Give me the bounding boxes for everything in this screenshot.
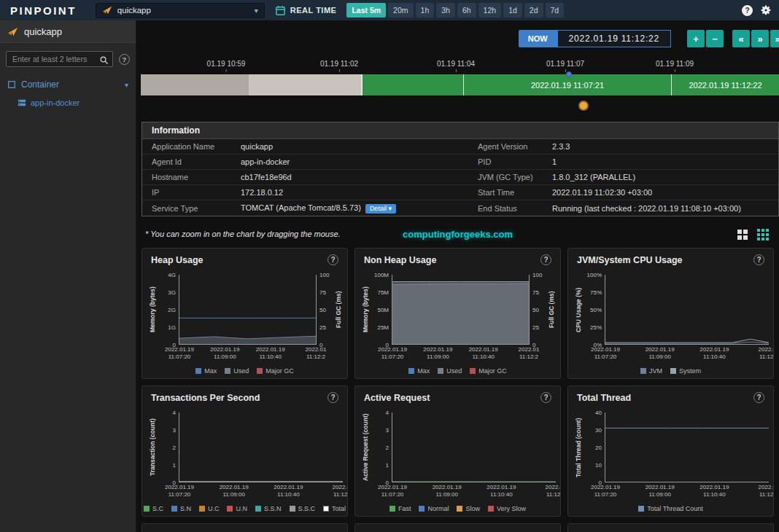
y-axis-label-left: Active Request (count) — [361, 412, 370, 482]
timeline-prev-button[interactable]: « — [732, 30, 750, 47]
layout-2-column-icon[interactable] — [737, 229, 748, 240]
time-range-1d[interactable]: 1d — [503, 3, 522, 17]
chart-help-icon[interactable]: ? — [540, 392, 551, 403]
chart-plot[interactable]: 2022.01.1911:07:202022.01.1911:09:002022… — [179, 275, 317, 345]
x-axis-tick-label: 2022.0111:12:2 — [759, 484, 774, 499]
legend-item[interactable]: S.S.N — [255, 505, 282, 512]
application-selector[interactable]: quickapp ▾ — [96, 3, 265, 18]
y-axis-label-left: Memory (bytes) — [361, 275, 370, 345]
agent-search-input[interactable] — [7, 52, 112, 66]
x-axis-tick-label: 2022.0111:12:2 — [306, 346, 327, 361]
sidebar-item-agent[interactable]: app-in-docker — [0, 95, 136, 111]
chart-canvas — [179, 412, 343, 482]
chart-help-icon[interactable]: ? — [328, 392, 338, 403]
legend-item[interactable]: S.C — [144, 505, 163, 512]
legend-item[interactable]: S.N — [171, 505, 191, 512]
chart-plot[interactable]: 2022.01.1911:07:202022.01.1911:09:002022… — [605, 412, 769, 482]
y-axis-ticks-left: 100%75%50%25%0% — [583, 275, 605, 345]
x-axis-tick-label: 2022.01.1911:07:20 — [378, 346, 407, 361]
x-axis-tick-label: 2022.01.1911:10:40 — [699, 346, 729, 361]
y-axis-ticks-left: 403020100 — [583, 412, 605, 482]
time-range-last-5m[interactable]: Last 5m — [346, 3, 386, 17]
legend-item[interactable]: Normal — [419, 505, 449, 512]
x-axis-tick-label: 2022.01.1911:10:40 — [487, 484, 516, 499]
timeline-segment-running[interactable]: 2022.01.19 11:07:21 — [463, 74, 671, 95]
timeline-segment-inactive[interactable] — [249, 74, 361, 95]
sidebar-application-header[interactable]: quickapp — [0, 20, 136, 43]
legend-item[interactable]: Major GC — [257, 367, 294, 375]
chart-plot[interactable]: 2022.01.1911:07:202022.01.1911:09:002022… — [179, 412, 343, 482]
chart-help-icon[interactable]: ? — [540, 254, 551, 265]
sidebar: quickapp ? Container ▾ app-in-docker — [0, 20, 136, 532]
timeline-segment-running[interactable] — [361, 74, 463, 95]
legend-item[interactable]: Fast — [390, 505, 411, 512]
legend-item[interactable]: Used — [438, 367, 462, 375]
legend-item[interactable]: Max — [408, 367, 430, 375]
timeline-bar[interactable]: 2022.01.19 11:07:21 2022.01.19 11:12:22 — [141, 74, 779, 95]
y-axis-label-right: Full GC (ms) — [334, 275, 343, 345]
time-range-6h[interactable]: 6h — [457, 3, 476, 17]
top-navbar: PINPOINT quickapp ▾ REAL TIME Last 5m20m… — [0, 0, 779, 20]
now-button[interactable]: NOW — [519, 30, 557, 47]
y-axis-ticks-right: 1007550250 — [317, 275, 334, 345]
layout-3-column-icon[interactable] — [757, 229, 769, 240]
legend-item[interactable]: Slow — [457, 505, 480, 512]
chart-canvas — [392, 275, 529, 344]
chart-plot[interactable]: 2022.01.1911:07:202022.01.1911:09:002022… — [392, 412, 556, 482]
timeline-segment-running[interactable]: 2022.01.19 11:12:22 — [671, 74, 779, 95]
time-range-3h[interactable]: 3h — [436, 3, 455, 17]
chart-help-icon[interactable]: ? — [753, 254, 764, 265]
detail-button[interactable]: Detail ▾ — [365, 204, 396, 214]
legend-item[interactable]: JVM — [640, 367, 662, 375]
timeline-event-marker[interactable] — [566, 71, 572, 77]
x-axis-ticks: 2022.01.1911:07:202022.01.1911:09:002022… — [392, 482, 556, 498]
main-content: NOW 2022.01.19 11:12:22 + − « » »| 01.19… — [136, 20, 779, 532]
chart-title: Heap Usage — [151, 255, 204, 265]
time-range-2d[interactable]: 2d — [524, 3, 543, 17]
timeline-next-button[interactable]: » — [751, 30, 769, 47]
info-label: IP — [142, 188, 241, 197]
chart-help-icon[interactable]: ? — [328, 254, 338, 265]
timeline-tick-label: 01.19 10:59 — [207, 60, 246, 72]
timeline-zoom-out-button[interactable]: − — [706, 30, 724, 47]
legend-item[interactable]: S.S.C — [290, 505, 316, 512]
legend-item[interactable]: Max — [195, 367, 217, 375]
legend-item[interactable]: System — [670, 367, 701, 375]
settings-gear-icon[interactable] — [760, 4, 772, 16]
legend-item[interactable]: Major GC — [470, 367, 507, 375]
search-icon[interactable] — [99, 55, 109, 68]
legend-item[interactable]: Used — [225, 367, 249, 375]
y-axis-label-left: Transaction (count) — [148, 412, 157, 482]
timeline-tick-label: 01.19 11:02 — [320, 60, 358, 72]
legend-item[interactable]: Total — [323, 505, 346, 512]
chart-card: Heap Usage ? Memory (bytes) 4G3G2G1G0 20… — [142, 248, 348, 379]
time-range-7d[interactable]: 7d — [546, 3, 565, 17]
time-range-1h[interactable]: 1h — [416, 3, 435, 17]
chart-title: JVM/System CPU Usage — [577, 255, 683, 265]
sidebar-item-container[interactable]: Container ▾ — [0, 74, 136, 95]
legend-item[interactable]: Very Slow — [488, 505, 526, 512]
chart-help-icon[interactable]: ? — [753, 392, 764, 403]
x-axis-tick-label: 2022.01.1911:09:00 — [646, 346, 675, 361]
calendar-icon[interactable] — [275, 5, 286, 16]
y-axis-ticks-right: 1007550250 — [530, 275, 547, 345]
timeline-segment-inactive[interactable] — [141, 74, 249, 95]
container-box-icon — [7, 80, 16, 89]
chart-legend: FastNormalSlowVery Slow — [355, 505, 560, 512]
legend-item[interactable]: U.C — [199, 505, 220, 512]
timeline-position-handle[interactable] — [578, 101, 589, 111]
sidebar-help-icon[interactable]: ? — [119, 54, 130, 65]
datetime-field[interactable]: 2022.01.19 11:12:22 — [557, 30, 671, 47]
chart-title: Active Request — [364, 393, 430, 403]
chart-plot[interactable]: 2022.01.1911:07:202022.01.1911:09:002022… — [605, 275, 769, 345]
help-icon[interactable]: ? — [742, 5, 753, 16]
legend-item[interactable]: Total Thread Count — [638, 505, 702, 512]
info-row: Application NamequickappAgent Version2.3… — [142, 139, 778, 154]
time-range-12h[interactable]: 12h — [478, 3, 502, 17]
info-value: 2.3.3 — [552, 142, 778, 151]
chart-plot[interactable]: 2022.01.1911:07:202022.01.1911:09:002022… — [392, 275, 530, 345]
legend-item[interactable]: U.N — [227, 505, 247, 512]
timeline-zoom-in-button[interactable]: + — [687, 30, 705, 47]
timeline-skip-end-button[interactable]: »| — [770, 30, 779, 47]
time-range-20m[interactable]: 20m — [388, 3, 413, 17]
